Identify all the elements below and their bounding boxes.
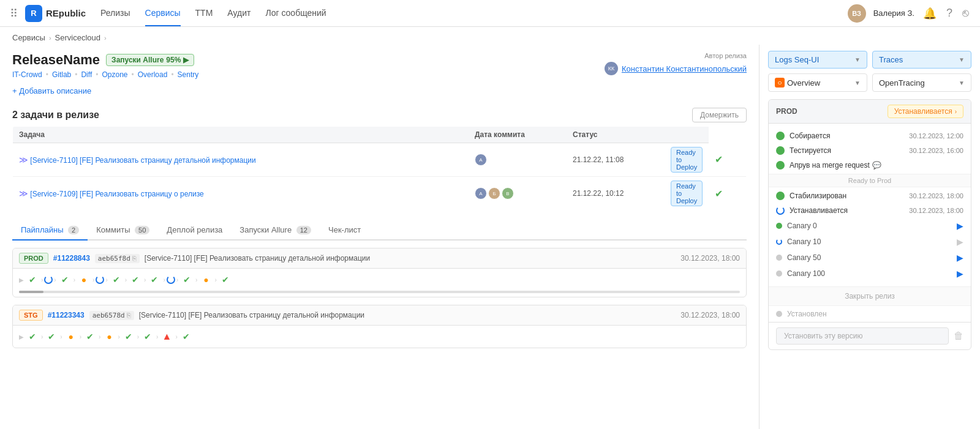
- pipeline-id-stg[interactable]: #11223343: [48, 311, 85, 319]
- status-text-testing: Тестируется: [790, 146, 909, 155]
- arrow-right-icon: ›: [955, 108, 957, 115]
- status-date-stabilized: 30.12.2023, 18:00: [909, 192, 963, 200]
- canary-play-icon[interactable]: ▶: [957, 221, 963, 231]
- overview-label: Overview: [787, 78, 820, 88]
- help-icon[interactable]: ?: [945, 6, 954, 21]
- step-icon: ✔: [128, 272, 143, 287]
- opentracing-label: OpenTracing: [879, 78, 925, 88]
- installed-label: Установлен: [787, 310, 827, 318]
- top-navigation: ⠿ R REpublic Релизы Сервисы ТТМ Аудит Ло…: [0, 0, 980, 27]
- nav-releases[interactable]: Релизы: [100, 1, 130, 26]
- nav-ttm[interactable]: ТТМ: [195, 1, 213, 26]
- task-date-1: 21.12.22, 11:08: [567, 143, 665, 177]
- tasks-table: Задача Дата коммита Статус ≫ [Service-71…: [12, 126, 747, 211]
- task-status-2: Ready to Deploy: [665, 177, 709, 211]
- pipeline-row-prod: PROD #11228843 aeb65f8d ⎘ [Service-7110]…: [12, 248, 747, 297]
- section-divider-ready-to-prod: Ready to Prod: [769, 174, 971, 187]
- pipeline-id-prod[interactable]: #11228843: [53, 254, 90, 263]
- opentracing-button[interactable]: OpenTracing ▼: [872, 73, 971, 92]
- commit-hash-stg: aeb6578d ⎘: [89, 311, 134, 320]
- pipeline-scrollbar[interactable]: [19, 291, 740, 293]
- allure-badge[interactable]: Запуски Allure 95% ▶: [106, 54, 194, 66]
- step-icon: [167, 275, 175, 284]
- canary-dot-spin: [776, 239, 782, 245]
- traces-label: Traces: [879, 55, 903, 64]
- breadcrumb-services[interactable]: Сервисы: [12, 33, 45, 42]
- step-icon: ●: [198, 272, 213, 287]
- tab-pipelines[interactable]: Пайплайны 2: [12, 220, 88, 241]
- hold-button[interactable]: Домержить: [692, 108, 747, 122]
- nav-links: Релизы Сервисы ТТМ Аудит Лог сообщений: [100, 1, 848, 26]
- tab-checklist[interactable]: Чек-лист: [320, 220, 369, 241]
- pipeline-header-stg: STG #11223343 aeb6578d ⎘ [Service-7110] …: [13, 305, 746, 326]
- task-link-1[interactable]: [Service-7110] [FE] Реализовать страницу…: [30, 156, 255, 165]
- task-cell-2: ≫ [Service-7109] [FE] Реализовать страни…: [13, 177, 469, 211]
- nav-messages[interactable]: Лог сообщений: [265, 1, 326, 26]
- canary-play-icon[interactable]: ▶: [957, 253, 963, 263]
- pipeline-task-stg: [Service-7110] [FE] Реализовать страницу…: [139, 311, 676, 319]
- author-avatar-icon: КК: [605, 62, 618, 75]
- link-itcrowd[interactable]: IT-Crowd: [12, 70, 42, 79]
- copy-icon[interactable]: ⎘: [127, 311, 131, 319]
- link-gitlab[interactable]: Gitlab: [52, 70, 71, 79]
- status-date-testing: 30.12.2023, 16:00: [909, 147, 963, 154]
- status-text-stabilized: Стабилизирован: [790, 192, 909, 200]
- task-link-2[interactable]: [Service-7109] [FE] Реализовать страницу…: [30, 190, 203, 198]
- step-icon: [96, 275, 104, 284]
- add-description-button[interactable]: + Добавить описание: [12, 84, 747, 100]
- nav-audit[interactable]: Аудит: [227, 1, 251, 26]
- status-text-building: Собирается: [790, 132, 909, 140]
- nav-services[interactable]: Сервисы: [145, 1, 181, 26]
- step-icon: [44, 275, 53, 284]
- tab-commits[interactable]: Коммиты 50: [88, 220, 158, 241]
- pipeline-scrollbar-thumb: [19, 291, 43, 293]
- grid-menu-icon[interactable]: ⠿: [10, 7, 18, 20]
- link-overload[interactable]: Overload: [138, 70, 168, 79]
- notification-bell-icon[interactable]: 🔔: [922, 6, 938, 21]
- expand-icon[interactable]: ▶: [19, 334, 24, 340]
- comment-icon: 💬: [872, 161, 881, 170]
- installing-label: Устанавливается: [894, 107, 952, 116]
- col-task: Задача: [13, 127, 469, 143]
- commit-hash-prod: aeb65f8d ⎘: [95, 254, 140, 263]
- install-version-button[interactable]: Установить эту версию: [776, 327, 949, 345]
- pipeline-header-prod: PROD #11228843 aeb65f8d ⎘ [Service-7110]…: [13, 248, 746, 269]
- status-dot-spinning: [776, 206, 785, 215]
- delete-icon-button[interactable]: 🗑: [954, 330, 963, 341]
- step-icon: ✔: [109, 272, 124, 287]
- overview-button[interactable]: O Overview ▼: [768, 73, 867, 92]
- user-name: Валерия З.: [873, 9, 914, 18]
- link-sentry[interactable]: Sentry: [178, 70, 199, 79]
- task-type-icon-1: ≫: [19, 155, 28, 165]
- sidebar-panel: Logs Seq-UI ▼ Traces ▼ O Overview ▼ Open…: [760, 45, 980, 429]
- pipeline-date-prod: 30.12.2023, 18:00: [680, 254, 740, 263]
- env-badge-prod: PROD: [19, 253, 48, 264]
- tab-deploy[interactable]: Деплой релиза: [158, 220, 231, 241]
- canary-label-50: Canary 50: [787, 253, 957, 262]
- step-icon: ✔: [218, 272, 233, 287]
- step-icon: ●: [64, 329, 78, 344]
- status-dot-green: [776, 146, 785, 155]
- traces-button[interactable]: Traces ▼: [872, 51, 971, 69]
- logs-sequi-button[interactable]: Logs Seq-UI ▼: [768, 51, 867, 69]
- logo-link[interactable]: R REpublic: [25, 5, 86, 22]
- logout-icon[interactable]: ⎋: [961, 6, 970, 21]
- task-avatar-icon: А: [475, 187, 487, 200]
- env-status-header: PROD Устанавливается ›: [769, 100, 971, 124]
- breadcrumb-servicecloud[interactable]: Servicecloud: [55, 33, 100, 42]
- installing-button[interactable]: Устанавливается ›: [888, 105, 963, 118]
- tab-allure[interactable]: Запуски Allure 12: [231, 220, 320, 241]
- step-icon: ●: [102, 329, 116, 344]
- step-icon: ✔: [25, 272, 40, 287]
- canary-play-icon[interactable]: ▶: [957, 269, 963, 278]
- status-item-stabilized: Стабилизирован 30.12.2023, 18:00: [769, 188, 971, 203]
- task-check-2: ✔: [709, 177, 746, 211]
- author-name-link[interactable]: Константин Константинопольский: [622, 64, 747, 73]
- copy-icon[interactable]: ⎘: [132, 255, 137, 263]
- step-icon: ✔: [121, 329, 136, 344]
- author-label: Автор релиза: [704, 52, 747, 59]
- pipeline-section: PROD #11228843 aeb65f8d ⎘ [Service-7110]…: [12, 241, 747, 363]
- expand-icon[interactable]: ▶: [19, 277, 24, 283]
- link-opzone[interactable]: Opzone: [102, 70, 127, 79]
- link-diff[interactable]: Diff: [81, 70, 92, 79]
